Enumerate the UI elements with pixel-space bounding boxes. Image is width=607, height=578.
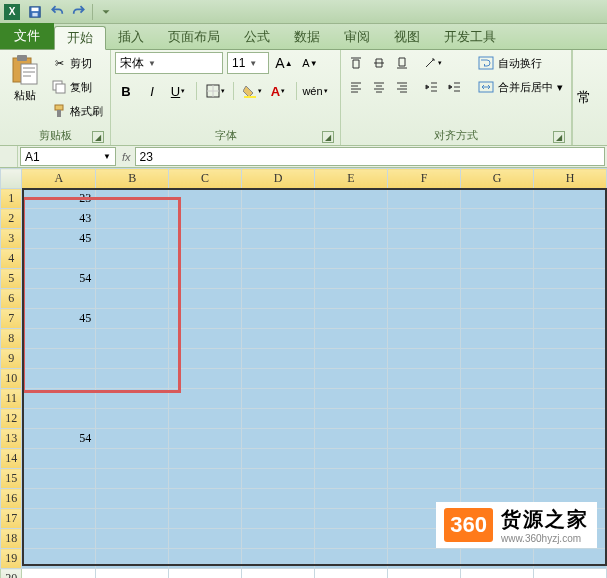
cell-D13[interactable]: [242, 429, 315, 449]
cell-G7[interactable]: [460, 309, 533, 329]
cell-D2[interactable]: [242, 209, 315, 229]
cell-H2[interactable]: [533, 209, 606, 229]
cell-D20[interactable]: [242, 569, 315, 579]
cell-C5[interactable]: [169, 269, 242, 289]
column-header-H[interactable]: H: [533, 169, 606, 189]
qat-save-button[interactable]: [25, 2, 45, 22]
align-top-button[interactable]: [345, 52, 367, 74]
cell-A12[interactable]: [22, 409, 96, 429]
tab-page-layout[interactable]: 页面布局: [156, 25, 232, 49]
font-size-combo[interactable]: 11▼: [227, 52, 269, 74]
font-name-combo[interactable]: 宋体▼: [115, 52, 223, 74]
cell-G5[interactable]: [460, 269, 533, 289]
cell-H5[interactable]: [533, 269, 606, 289]
cell-H20[interactable]: [533, 569, 606, 579]
cell-F9[interactable]: [388, 349, 461, 369]
row-header-16[interactable]: 16: [1, 489, 22, 509]
bold-button[interactable]: B: [115, 80, 137, 102]
align-middle-button[interactable]: [368, 52, 390, 74]
cell-A10[interactable]: [22, 369, 96, 389]
qat-redo-button[interactable]: [69, 2, 89, 22]
cell-D10[interactable]: [242, 369, 315, 389]
cell-B7[interactable]: [96, 309, 169, 329]
cell-C15[interactable]: [169, 469, 242, 489]
cell-H15[interactable]: [533, 469, 606, 489]
row-header-12[interactable]: 12: [1, 409, 22, 429]
cell-C3[interactable]: [169, 229, 242, 249]
row-header-19[interactable]: 19: [1, 549, 22, 569]
column-header-G[interactable]: G: [460, 169, 533, 189]
format-painter-button[interactable]: 格式刷: [48, 100, 106, 122]
cell-A13[interactable]: 54: [22, 429, 96, 449]
row-header-6[interactable]: 6: [1, 289, 22, 309]
cell-A17[interactable]: [22, 509, 96, 529]
tab-view[interactable]: 视图: [382, 25, 432, 49]
cell-F8[interactable]: [388, 329, 461, 349]
shrink-font-button[interactable]: A▼: [299, 52, 321, 74]
cell-D17[interactable]: [242, 509, 315, 529]
cell-B1[interactable]: [96, 189, 169, 209]
cell-B19[interactable]: [96, 549, 169, 569]
cell-E19[interactable]: [315, 549, 388, 569]
cell-D8[interactable]: [242, 329, 315, 349]
row-header-9[interactable]: 9: [1, 349, 22, 369]
cell-D7[interactable]: [242, 309, 315, 329]
cell-C20[interactable]: [169, 569, 242, 579]
cell-A6[interactable]: [22, 289, 96, 309]
column-header-B[interactable]: B: [96, 169, 169, 189]
cell-B5[interactable]: [96, 269, 169, 289]
cell-H7[interactable]: [533, 309, 606, 329]
cell-D19[interactable]: [242, 549, 315, 569]
cell-F7[interactable]: [388, 309, 461, 329]
cell-G3[interactable]: [460, 229, 533, 249]
grow-font-button[interactable]: A▲: [273, 52, 295, 74]
cell-F15[interactable]: [388, 469, 461, 489]
cell-B10[interactable]: [96, 369, 169, 389]
column-header-C[interactable]: C: [169, 169, 242, 189]
font-launcher[interactable]: ◢: [322, 131, 334, 143]
decrease-indent-button[interactable]: [421, 76, 443, 98]
cell-D15[interactable]: [242, 469, 315, 489]
cell-E7[interactable]: [315, 309, 388, 329]
cell-E3[interactable]: [315, 229, 388, 249]
cell-A2[interactable]: 43: [22, 209, 96, 229]
row-header-4[interactable]: 4: [1, 249, 22, 269]
name-box[interactable]: A1▼: [20, 147, 116, 166]
row-header-11[interactable]: 11: [1, 389, 22, 409]
cell-C16[interactable]: [169, 489, 242, 509]
cell-B3[interactable]: [96, 229, 169, 249]
cell-A16[interactable]: [22, 489, 96, 509]
cell-H12[interactable]: [533, 409, 606, 429]
cell-A8[interactable]: [22, 329, 96, 349]
cell-G19[interactable]: [460, 549, 533, 569]
cell-H14[interactable]: [533, 449, 606, 469]
orientation-button[interactable]: ▾: [421, 52, 443, 74]
cell-E4[interactable]: [315, 249, 388, 269]
align-right-button[interactable]: [391, 76, 413, 98]
cell-A5[interactable]: 54: [22, 269, 96, 289]
cell-B20[interactable]: [96, 569, 169, 579]
cell-C7[interactable]: [169, 309, 242, 329]
tab-formulas[interactable]: 公式: [232, 25, 282, 49]
cell-G6[interactable]: [460, 289, 533, 309]
cell-B15[interactable]: [96, 469, 169, 489]
ribbon-more[interactable]: 常: [572, 50, 594, 145]
tab-data[interactable]: 数据: [282, 25, 332, 49]
cell-E5[interactable]: [315, 269, 388, 289]
cell-F20[interactable]: [388, 569, 461, 579]
cell-B13[interactable]: [96, 429, 169, 449]
tab-developer[interactable]: 开发工具: [432, 25, 508, 49]
cell-E6[interactable]: [315, 289, 388, 309]
cell-D14[interactable]: [242, 449, 315, 469]
italic-button[interactable]: I: [141, 80, 163, 102]
qat-customize-button[interactable]: [96, 2, 116, 22]
cell-G1[interactable]: [460, 189, 533, 209]
cell-C11[interactable]: [169, 389, 242, 409]
cell-G9[interactable]: [460, 349, 533, 369]
cell-H10[interactable]: [533, 369, 606, 389]
merge-center-button[interactable]: 合并后居中▾: [474, 76, 567, 98]
cell-F14[interactable]: [388, 449, 461, 469]
cell-D4[interactable]: [242, 249, 315, 269]
row-header-18[interactable]: 18: [1, 529, 22, 549]
row-header-1[interactable]: 1: [1, 189, 22, 209]
